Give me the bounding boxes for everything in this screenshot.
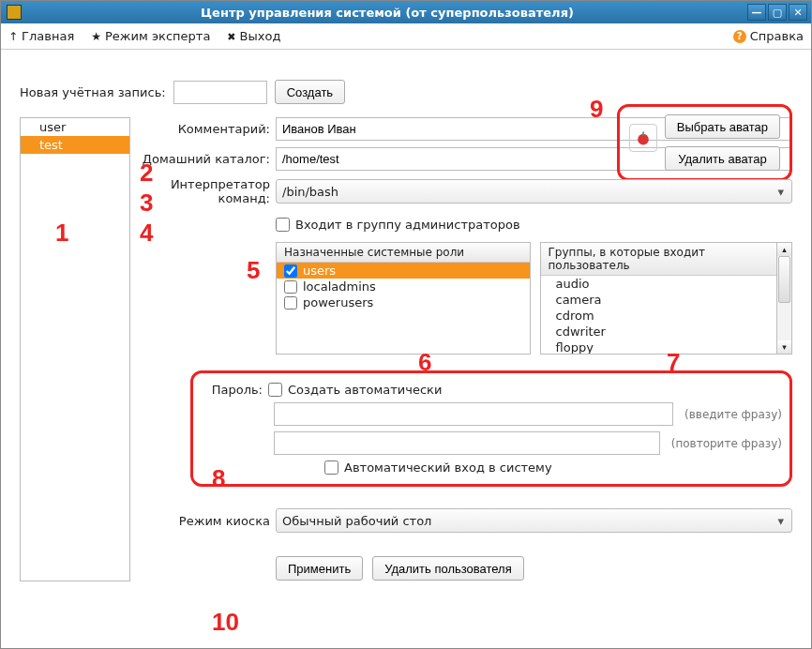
scroll-thumb[interactable] — [778, 256, 790, 303]
groups-header: Группы, в которые входит пользователь — [541, 243, 777, 276]
role-item-powerusers[interactable]: powerusers — [277, 294, 530, 310]
role-check-localadmins[interactable] — [284, 280, 297, 294]
minimize-button[interactable]: — — [747, 4, 766, 21]
close-button[interactable]: ✕ — [789, 4, 807, 21]
exit-icon — [227, 29, 235, 43]
role-item-users[interactable]: users — [277, 263, 530, 279]
role-item-localadmins[interactable]: localadmins — [277, 279, 530, 294]
new-account-label: Новая учётная запись: — [20, 85, 166, 99]
password-input[interactable] — [274, 402, 673, 426]
admin-checkbox[interactable] — [276, 218, 290, 232]
new-account-input[interactable] — [173, 81, 267, 104]
group-item[interactable]: cdwriter — [541, 324, 777, 340]
groups-scrollbar[interactable]: ▴ ▾ — [777, 242, 792, 355]
role-check-powerusers[interactable] — [284, 296, 297, 309]
admin-label: Входит в группу администраторов — [295, 218, 520, 232]
kiosk-label: Режим киоска — [140, 514, 276, 528]
autologin-checkbox[interactable] — [324, 460, 338, 475]
user-item-test[interactable]: test — [21, 136, 129, 154]
choose-avatar-button[interactable]: Выбрать аватар — [665, 114, 780, 139]
groups-list[interactable]: Группы, в которые входит пользователь au… — [540, 242, 778, 355]
password-hint-2: (повторите фразу) — [671, 437, 782, 450]
apple-icon — [634, 128, 653, 147]
avatar-section: Выбрать аватар Удалить аватар — [617, 104, 792, 181]
scroll-up-icon[interactable]: ▴ — [777, 243, 791, 256]
home-label: Домашний каталог: — [140, 152, 276, 166]
shell-select[interactable]: /bin/bash — [276, 179, 792, 204]
shell-label: Интерпретатор команд: — [140, 177, 276, 205]
scroll-down-icon[interactable]: ▾ — [777, 340, 791, 354]
role-check-users[interactable] — [284, 264, 297, 278]
password-section: Пароль: Создать автоматически 👁 (введите… — [190, 370, 792, 487]
window-title: Центр управления системой (от суперпольз… — [27, 6, 747, 20]
roles-list[interactable]: Назначенные системные роли users localad… — [276, 242, 531, 355]
maximize-button[interactable]: ▢ — [768, 4, 787, 21]
up-icon — [8, 29, 18, 43]
comment-label: Комментарий: — [140, 122, 276, 136]
menu-expert[interactable]: Режим эксперта — [91, 29, 210, 43]
menu-help[interactable]: ?Справка — [733, 29, 804, 43]
titlebar: Центр управления системой (от суперпольз… — [1, 1, 811, 23]
autogen-label: Создать автоматически — [288, 383, 442, 397]
help-icon: ? — [733, 30, 746, 43]
password-label: Пароль: — [193, 383, 268, 397]
autologin-label: Автоматический вход в систему — [344, 460, 552, 475]
menu-home[interactable]: Главная — [8, 29, 74, 43]
star-icon — [91, 29, 101, 43]
autogen-checkbox[interactable] — [268, 383, 282, 397]
group-item[interactable]: audio — [541, 276, 777, 292]
app-icon — [7, 5, 22, 20]
remove-avatar-button[interactable]: Удалить аватар — [665, 146, 780, 171]
password-hint-1: (введите фразу) — [684, 408, 782, 421]
roles-header: Назначенные системные роли — [277, 243, 530, 263]
group-item[interactable]: camera — [541, 292, 777, 308]
menu-exit[interactable]: Выход — [227, 29, 280, 43]
password-confirm-input[interactable] — [274, 431, 660, 455]
user-list[interactable]: user test — [20, 117, 130, 581]
user-item-user[interactable]: user — [21, 118, 129, 136]
avatar-preview — [629, 124, 657, 152]
group-item[interactable]: floppy — [541, 340, 777, 354]
kiosk-select[interactable]: Обычный рабочий стол — [276, 508, 792, 533]
delete-user-button[interactable]: Удалить пользователя — [372, 556, 524, 581]
group-item[interactable]: cdrom — [541, 308, 777, 324]
apply-button[interactable]: Применить — [276, 556, 363, 581]
menubar: Главная Режим эксперта Выход ?Справка — [1, 23, 811, 50]
create-button[interactable]: Создать — [275, 80, 345, 104]
